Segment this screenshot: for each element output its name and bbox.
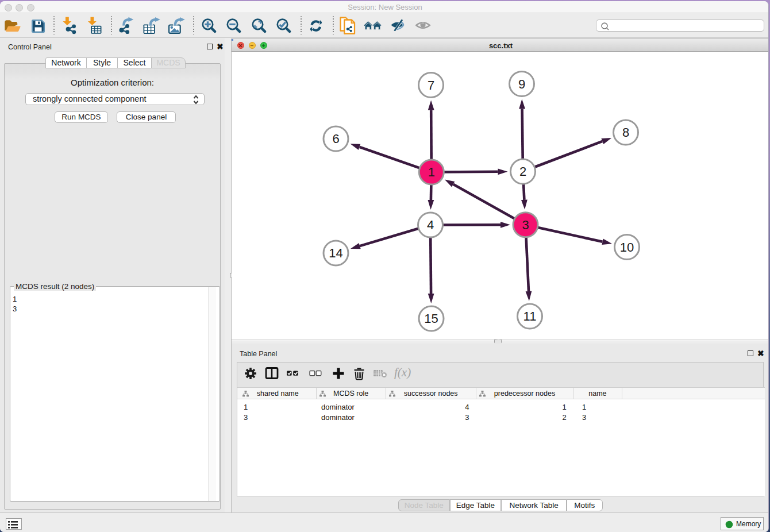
svg-text:11: 11: [523, 309, 537, 323]
svg-text:14: 14: [329, 246, 342, 260]
svg-text:4: 4: [427, 218, 434, 232]
svg-text:3: 3: [522, 218, 529, 232]
svg-text:9: 9: [518, 77, 525, 91]
svg-text:6: 6: [332, 132, 339, 146]
svg-text:10: 10: [620, 240, 634, 255]
svg-text:7: 7: [428, 78, 434, 92]
svg-text:2: 2: [519, 164, 526, 179]
svg-text:8: 8: [622, 125, 629, 140]
svg-text:1: 1: [428, 165, 435, 179]
svg-text:15: 15: [424, 311, 438, 326]
